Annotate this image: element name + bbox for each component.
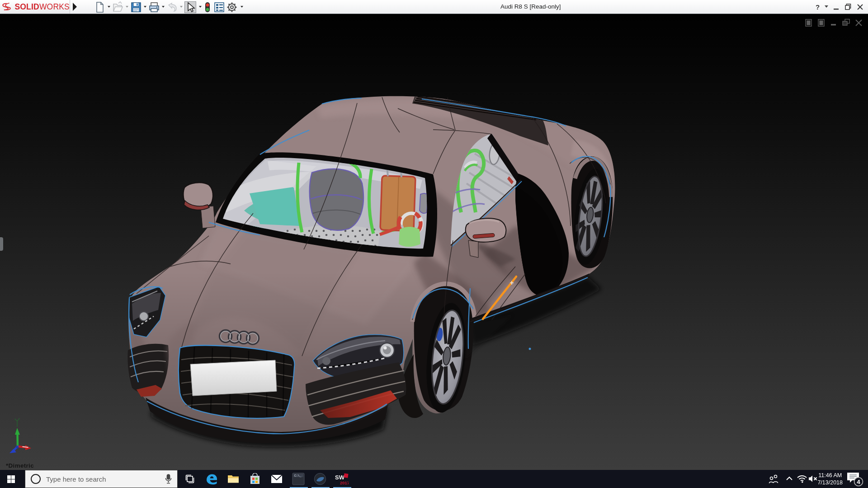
svg-text:C:\_: C:\_ [294, 474, 302, 478]
svg-text:2017: 2017 [340, 480, 349, 485]
svg-text:SW: SW [335, 474, 345, 481]
svg-text:?: ? [816, 3, 820, 11]
svg-text:4: 4 [857, 479, 860, 485]
